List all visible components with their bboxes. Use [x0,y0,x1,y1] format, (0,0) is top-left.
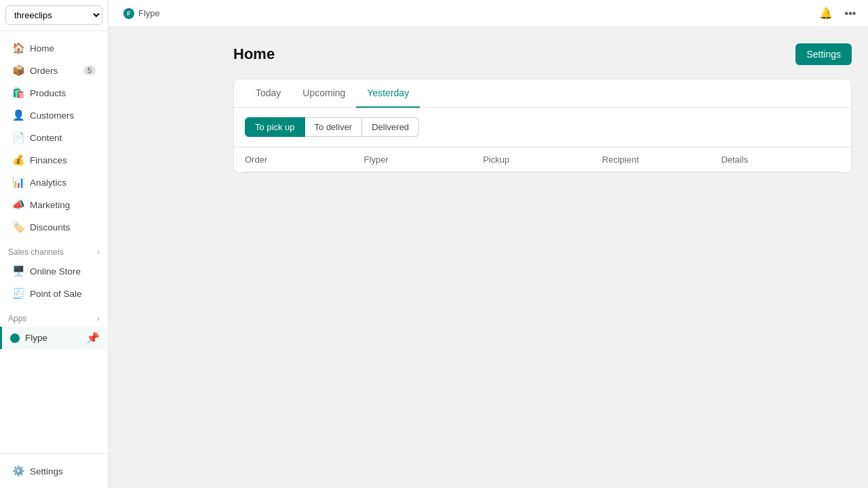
sidebar-item-content[interactable]: 📄 Content [4,127,104,148]
table-header: Order Flyper Pickup Recipient Details [234,147,851,171]
store-selector-container: threeclips [0,0,108,31]
discounts-icon: 🏷️ [12,221,24,233]
date-tab-upcoming[interactable]: Upcoming [292,79,356,108]
sidebar-label-content: Content [30,133,62,143]
date-tab-yesterday[interactable]: Yesterday [356,79,420,108]
settings-icon: ⚙️ [12,465,24,477]
col-order: Order [245,155,364,165]
table-divider [245,171,840,172]
filter-btn-to-pick-up[interactable]: To pick up [245,117,305,137]
sidebar-item-online-store[interactable]: 🖥️ Online Store [4,260,104,282]
sidebar-item-analytics[interactable]: 📊 Analytics [4,171,104,193]
topbar-actions: 🔔 ••• [816,4,860,23]
sidebar-item-discounts[interactable]: 🏷️ Discounts [4,216,104,238]
sidebar-item-finances[interactable]: 💰 Finances [4,149,104,171]
col-details: Details [721,155,840,165]
apps-label: Apps [8,314,26,323]
analytics-icon: 📊 [12,176,24,188]
date-tabs: TodayUpcomingYesterday [234,79,851,108]
main-content: Home Settings TodayUpcomingYesterday To … [217,27,868,488]
more-options-icon-button[interactable]: ••• [841,4,860,23]
topbar: F Flype 🔔 ••• [108,0,868,27]
sidebar-label-marketing: Marketing [30,200,70,210]
sales-channels-section-header: Sales channels › [0,242,108,260]
sidebar-item-customers[interactable]: 👤 Customers [4,104,104,126]
date-tab-today[interactable]: Today [245,79,292,108]
col-pickup: Pickup [483,155,602,165]
apps-expand-icon[interactable]: › [97,314,100,323]
sidebar-label-point-of-sale: Point of Sale [30,289,82,299]
orders-badge: 5 [83,66,96,75]
sidebar: threeclips 🏠 Home 📦 Orders 5 🛍️ Products… [0,0,108,488]
sidebar-item-products[interactable]: 🛍️ Products [4,82,104,104]
sidebar-item-point-of-sale[interactable]: 🧾 Point of Sale [4,283,104,304]
sidebar-label-customers: Customers [30,110,74,121]
sidebar-label-online-store: Online Store [30,266,81,277]
online-store-icon: 🖥️ [12,265,24,277]
sidebar-item-flype[interactable]: Flype 📌 [0,327,108,349]
filter-btn-to-deliver[interactable]: To deliver [305,117,363,137]
filter-btn-delivered[interactable]: Delivered [362,117,419,137]
topbar-tab-label: Flype [138,8,160,18]
flype-dot-icon [10,333,20,343]
apps-section-header: Apps › [0,308,108,326]
settings-button[interactable]: Settings [795,43,852,65]
col-recipient: Recipient [602,155,722,165]
settings-label: Settings [30,466,63,476]
page-title: Home [233,45,275,63]
sidebar-label-orders: Orders [30,66,58,76]
sidebar-label-discounts: Discounts [30,222,70,232]
sidebar-label-finances: Finances [30,155,67,165]
col-flyper: Flyper [364,155,484,165]
sidebar-item-orders[interactable]: 📦 Orders 5 [4,60,104,81]
sidebar-item-settings[interactable]: ⚙️ Settings [4,460,104,482]
sidebar-nav: 🏠 Home 📦 Orders 5 🛍️ Products 👤 Customer… [0,31,108,453]
marketing-icon: 📣 [12,199,24,211]
sales-channels-expand-icon[interactable]: › [97,247,100,257]
products-icon: 🛍️ [12,87,24,99]
sales-channels-label: Sales channels [8,247,63,257]
orders-icon: 📦 [12,64,24,77]
sidebar-bottom: ⚙️ Settings [0,453,108,488]
store-dropdown[interactable]: threeclips [5,5,102,25]
content-icon: 📄 [12,131,24,144]
sidebar-item-marketing[interactable]: 📣 Marketing [4,194,104,216]
topbar-tab-flype[interactable]: F Flype [117,4,167,23]
home-icon: 🏠 [12,42,24,54]
main-card: TodayUpcomingYesterday To pick upTo deli… [233,79,852,173]
flype-pin-icon: 📌 [86,331,100,344]
sidebar-label-analytics: Analytics [30,178,66,188]
sidebar-label-home: Home [30,43,54,54]
sidebar-item-home[interactable]: 🏠 Home [4,37,104,59]
flype-label: Flype [25,333,47,343]
sidebar-label-products: Products [30,88,66,98]
point-of-sale-icon: 🧾 [12,287,24,300]
flype-favicon: F [123,8,134,19]
notification-icon-button[interactable]: 🔔 [816,4,835,23]
customers-icon: 👤 [12,109,24,121]
finances-icon: 💰 [12,154,24,166]
page-header: Home Settings [233,43,852,65]
filter-row: To pick upTo deliverDelivered [234,108,851,147]
